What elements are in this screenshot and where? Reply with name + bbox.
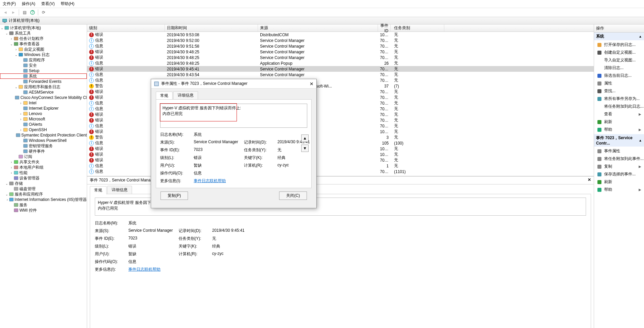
expand-icon[interactable]: › — [6, 198, 9, 202]
tree-item[interactable]: 硬件事件 — [0, 149, 87, 154]
expand-icon[interactable]: ⌄ — [9, 42, 13, 46]
tree-item[interactable]: 系统 — [0, 73, 87, 79]
action-item[interactable]: 属性 — [594, 79, 644, 87]
event-row[interactable]: !错误2019/4/30 9:48:25Service Control Mana… — [87, 49, 594, 55]
event-row[interactable]: i信息2019/4/30 9:51:58Service Control Mana… — [87, 43, 594, 49]
tree-item[interactable]: WMI 控件 — [0, 208, 87, 213]
tree-item[interactable]: ›任务计划程序 — [0, 36, 87, 41]
expand-icon[interactable]: › — [14, 48, 18, 51]
details-close-icon[interactable]: ✕ — [588, 177, 591, 183]
tree-item[interactable]: ›自定义视图 — [0, 47, 87, 52]
expand-icon[interactable]: ⌄ — [14, 53, 18, 57]
actions-section-event[interactable]: 事件 7023，Service Contr...▲ — [594, 134, 644, 147]
action-item[interactable]: 帮助▶ — [594, 126, 644, 133]
menubar[interactable]: 文件(F) 操作(A) 查看(V) 帮助(H) — [0, 0, 644, 8]
action-item[interactable]: 将所有事件另存为... — [594, 95, 644, 103]
action-item[interactable]: 创建自定义视图... — [594, 49, 644, 56]
tree-item[interactable]: 密钥管理服务 — [0, 143, 87, 149]
close-button[interactable]: 关闭(C) — [279, 192, 307, 200]
dialog-tab-general[interactable]: 常规 — [156, 92, 173, 100]
tree-item[interactable]: ›OpenSSH — [0, 127, 87, 132]
event-row[interactable]: i信息2019/4/30 9:43:54Service Control Mana… — [87, 72, 594, 77]
expand-icon[interactable]: ⌄ — [5, 182, 9, 185]
tree-item[interactable]: ⌄服务和应用程序 — [0, 192, 87, 197]
action-item[interactable]: 保存选择的事件... — [594, 170, 644, 178]
dialog-close-icon[interactable]: ✕ — [310, 81, 314, 87]
tree-item[interactable]: Symantec Endpoint Protection Client — [0, 132, 87, 138]
nav-forward-icon[interactable]: ► — [10, 9, 17, 16]
tree-item[interactable]: 订阅 — [0, 154, 87, 159]
tree-item[interactable]: Internet Explorer — [0, 106, 87, 111]
dialog-help-link[interactable]: 事件日志联机帮助 — [194, 178, 226, 183]
col-date[interactable]: 日期和时间 — [165, 24, 258, 32]
tree-item[interactable]: ›Intel — [0, 100, 87, 106]
expand-icon[interactable]: ⌄ — [5, 32, 9, 35]
event-row[interactable]: i信息2019/4/30 9:48:25Application Popup26无 — [87, 60, 594, 66]
expand-icon[interactable]: ⌄ — [5, 193, 9, 196]
expand-icon[interactable]: › — [19, 117, 23, 121]
refresh-icon[interactable]: ⟳ — [40, 9, 47, 16]
expand-icon[interactable]: › — [9, 166, 13, 169]
action-item[interactable]: 复制▶ — [594, 163, 644, 170]
tree-item[interactable]: 设备管理器 — [0, 175, 87, 181]
action-item[interactable]: 筛选当前日志... — [594, 72, 644, 79]
expand-icon[interactable]: › — [9, 171, 13, 175]
menu-help[interactable]: 帮助(H) — [61, 1, 74, 7]
action-item[interactable]: 查找... — [594, 87, 644, 95]
tree-item[interactable]: AESMService — [0, 90, 87, 95]
action-item[interactable]: 打开保存的日志... — [594, 41, 644, 49]
action-item[interactable]: 清除日志... — [594, 64, 644, 72]
expand-icon[interactable]: › — [9, 37, 13, 41]
tree-item[interactable]: ›性能 — [0, 170, 87, 175]
tree-item[interactable]: ⌄计算机管理(本地) — [0, 25, 87, 31]
tree-item[interactable]: 安全 — [0, 63, 87, 68]
next-event-button[interactable]: ▼ — [301, 145, 309, 152]
col-event-id[interactable]: 事件 ID — [378, 24, 391, 32]
event-row[interactable]: i信息2019/4/30 9:52:00Service Control Mana… — [87, 38, 594, 43]
tree-item[interactable]: 应用程序 — [0, 57, 87, 63]
action-item[interactable]: 将任务附加到此事件... — [594, 155, 644, 163]
prev-event-button[interactable]: ▲ — [301, 134, 309, 142]
actions-section-system[interactable]: 系统▲ — [594, 33, 644, 40]
action-item[interactable]: 事件属性 — [594, 147, 644, 155]
expand-icon[interactable]: › — [19, 101, 23, 105]
tree-item[interactable]: ›Lenovo — [0, 111, 87, 116]
action-item[interactable]: 查看▶ — [594, 110, 644, 118]
copy-button[interactable]: 复制(P) — [160, 192, 188, 200]
tree-item[interactable]: 服务 — [0, 202, 87, 208]
nav-back-icon[interactable]: ◄ — [2, 9, 9, 16]
tree-item[interactable]: ›共享文件夹 — [0, 159, 87, 165]
action-item[interactable]: 刷新 — [594, 178, 644, 186]
tab-detail[interactable]: 详细信息 — [107, 186, 132, 194]
expand-icon[interactable]: › — [19, 112, 23, 116]
menu-file[interactable]: 文件(F) — [3, 1, 16, 7]
action-item[interactable]: 帮助▶ — [594, 186, 644, 194]
tree-item[interactable]: ⌄存储 — [0, 181, 87, 186]
tab-general[interactable]: 常规 — [90, 186, 107, 194]
tree-item[interactable]: ›Microsoft — [0, 116, 87, 122]
tree-item[interactable]: Windows PowerShell — [0, 138, 87, 143]
event-help-link[interactable]: 事件日志联机帮助 — [128, 267, 160, 272]
action-item[interactable]: 刷新 — [594, 118, 644, 126]
help-icon[interactable]: ? — [29, 9, 36, 16]
tree-item[interactable]: ⌄事件查看器 — [0, 41, 87, 47]
expand-icon[interactable]: › — [19, 128, 23, 132]
expand-icon[interactable]: ⌄ — [14, 85, 18, 89]
event-row[interactable]: !错误2019/4/30 9:53:08DistributedCOM10000无 — [87, 32, 594, 38]
tree-item[interactable]: Cisco AnyConnect Secure Mobility Cl — [0, 95, 87, 100]
tree-item[interactable]: OAlerts — [0, 122, 87, 127]
col-source[interactable]: 来源 — [258, 24, 378, 32]
tree-item[interactable]: ›Internet Information Services (IIS)管理器 — [0, 197, 87, 202]
tree-item[interactable]: 磁盘管理 — [0, 186, 87, 192]
tree-item[interactable]: ⌄应用程序和服务日志 — [0, 84, 87, 90]
action-item[interactable]: 导入自定义视图... — [594, 56, 644, 64]
tree-item[interactable]: ›本地用户和组 — [0, 165, 87, 170]
tree-item[interactable]: ⌄系统工具 — [0, 31, 87, 36]
menu-view[interactable]: 查看(V) — [41, 1, 55, 7]
dialog-tab-detail[interactable]: 详细信息 — [173, 91, 198, 99]
event-row[interactable]: !错误2019/4/30 9:48:25Service Control Mana… — [87, 55, 594, 60]
show-hide-icon[interactable]: ▤ — [21, 9, 28, 16]
action-item[interactable]: 将任务附加到此日志... — [594, 103, 644, 110]
expand-icon[interactable]: ⌄ — [0, 26, 4, 30]
nav-tree[interactable]: ⌄计算机管理(本地)⌄系统工具›任务计划程序⌄事件查看器›自定义视图⌄Windo… — [0, 24, 87, 328]
